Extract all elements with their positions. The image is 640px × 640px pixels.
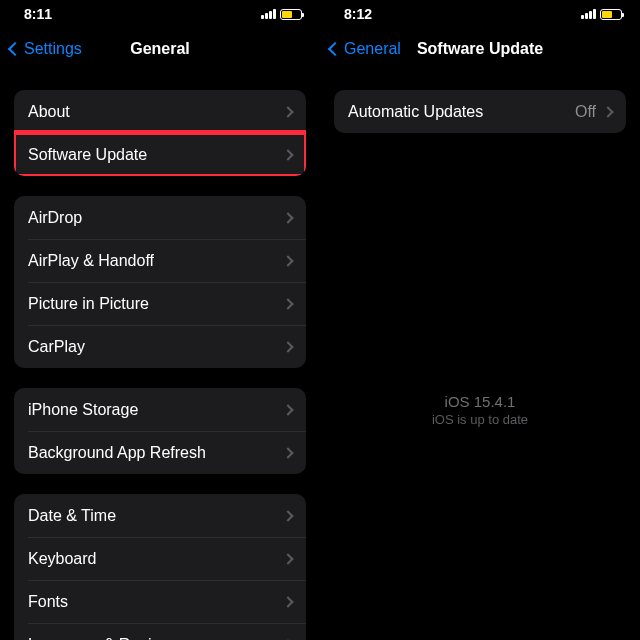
row-fonts[interactable]: Fonts: [14, 580, 306, 623]
row-date-time[interactable]: Date & Time: [14, 494, 306, 537]
back-label: General: [344, 40, 401, 58]
row-background-app-refresh[interactable]: Background App Refresh: [14, 431, 306, 474]
row-label: About: [28, 103, 70, 121]
screen-software-update: 8:12 General Software Update Automatic U…: [320, 0, 640, 640]
group-storage: iPhone Storage Background App Refresh: [14, 388, 306, 474]
chevron-right-icon: [282, 255, 293, 266]
chevron-right-icon: [282, 553, 293, 564]
group-about-update: About Software Update: [14, 90, 306, 176]
chevron-right-icon: [282, 510, 293, 521]
chevron-right-icon: [282, 447, 293, 458]
status-time: 8:12: [344, 6, 372, 22]
status-right: [261, 9, 302, 20]
group-auto-updates: Automatic Updates Off: [334, 90, 626, 133]
row-language-region[interactable]: Language & Region: [14, 623, 306, 640]
status-right: [581, 9, 622, 20]
row-software-update[interactable]: Software Update: [14, 133, 306, 176]
chevron-right-icon: [282, 404, 293, 415]
update-status: iOS 15.4.1 iOS is up to date: [334, 393, 626, 427]
back-label: Settings: [24, 40, 82, 58]
chevron-right-icon: [282, 212, 293, 223]
cellular-icon: [261, 9, 276, 19]
update-message: iOS is up to date: [334, 412, 626, 427]
back-button[interactable]: General: [330, 40, 401, 58]
row-label: AirDrop: [28, 209, 82, 227]
status-bar: 8:11: [0, 0, 320, 28]
row-about[interactable]: About: [14, 90, 306, 133]
chevron-left-icon: [328, 42, 342, 56]
chevron-right-icon: [282, 106, 293, 117]
screen-general: 8:11 Settings General About Software Upd…: [0, 0, 320, 640]
nav-bar: Settings General: [0, 28, 320, 70]
software-update-content: Automatic Updates Off iOS 15.4.1 iOS is …: [320, 70, 640, 427]
row-label: Automatic Updates: [348, 103, 483, 121]
ios-version: iOS 15.4.1: [334, 393, 626, 410]
row-label: Background App Refresh: [28, 444, 206, 462]
row-label: Fonts: [28, 593, 68, 611]
row-value: Off: [575, 103, 596, 121]
row-automatic-updates[interactable]: Automatic Updates Off: [334, 90, 626, 133]
cellular-icon: [581, 9, 596, 19]
nav-bar: General Software Update: [320, 28, 640, 70]
battery-icon: [600, 9, 622, 20]
group-locale: Date & Time Keyboard Fonts Language & Re…: [14, 494, 306, 640]
chevron-right-icon: [602, 106, 613, 117]
chevron-right-icon: [282, 341, 293, 352]
chevron-right-icon: [282, 596, 293, 607]
row-keyboard[interactable]: Keyboard: [14, 537, 306, 580]
general-content: About Software Update AirDrop AirPlay & …: [0, 70, 320, 640]
chevron-right-icon: [282, 298, 293, 309]
row-carplay[interactable]: CarPlay: [14, 325, 306, 368]
row-label: AirPlay & Handoff: [28, 252, 154, 270]
row-label: Keyboard: [28, 550, 97, 568]
chevron-right-icon: [282, 149, 293, 160]
row-label: Date & Time: [28, 507, 116, 525]
row-label: Picture in Picture: [28, 295, 149, 313]
row-label: Software Update: [28, 146, 147, 164]
row-picture-in-picture[interactable]: Picture in Picture: [14, 282, 306, 325]
row-airdrop[interactable]: AirDrop: [14, 196, 306, 239]
status-bar: 8:12: [320, 0, 640, 28]
row-iphone-storage[interactable]: iPhone Storage: [14, 388, 306, 431]
row-label: CarPlay: [28, 338, 85, 356]
group-airdrop: AirDrop AirPlay & Handoff Picture in Pic…: [14, 196, 306, 368]
row-airplay-handoff[interactable]: AirPlay & Handoff: [14, 239, 306, 282]
chevron-left-icon: [8, 42, 22, 56]
back-button[interactable]: Settings: [10, 40, 82, 58]
row-label: iPhone Storage: [28, 401, 138, 419]
status-time: 8:11: [24, 6, 52, 22]
row-label: Language & Region: [28, 636, 169, 641]
battery-icon: [280, 9, 302, 20]
